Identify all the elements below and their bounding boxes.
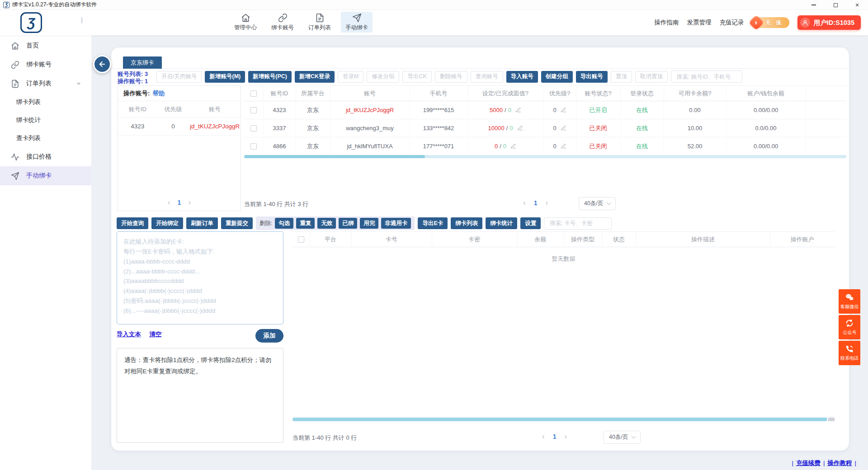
add-account-m-button[interactable]: 新增账号(M)	[205, 71, 245, 83]
export-ck-button[interactable]: 导出CK	[402, 71, 431, 83]
maximize-button[interactable]	[825, 0, 846, 10]
sidebar-item-bind-accounts[interactable]: 绑卡账号	[0, 55, 91, 74]
priority-cell: 0	[157, 123, 189, 130]
header-link-invoice[interactable]: 发票管理	[687, 19, 712, 27]
create-group-button[interactable]: 创建分组	[541, 71, 573, 83]
card-balance-cell: 52.00	[664, 137, 726, 155]
nav-item-manual-bind[interactable]: 手动绑卡	[341, 12, 373, 33]
row-checkbox[interactable]	[250, 143, 257, 150]
accounts-table-hscrollbar[interactable]	[244, 155, 846, 158]
add-ck-login-button[interactable]: 新增CK登录	[295, 71, 335, 83]
refresh-order-button[interactable]: 刷新订单	[186, 217, 218, 229]
start-bind-button[interactable]: 开始绑定	[151, 217, 183, 229]
export-ecard-button[interactable]: 导出E卡	[418, 217, 448, 229]
column-header: 优先级?	[543, 86, 576, 101]
start-query-button[interactable]: 开始查询	[117, 217, 148, 229]
edit-icon[interactable]	[561, 107, 566, 113]
delete-account-button[interactable]: 删除账号	[435, 71, 467, 83]
delete-invalid-button[interactable]: 无效	[317, 218, 336, 229]
unpin-top-button[interactable]: 取消置顶	[635, 71, 668, 83]
back-button[interactable]	[93, 55, 111, 73]
login-m-button[interactable]: 登录M	[338, 71, 363, 83]
mini-table-row[interactable]: 4323 0 jd_tKUZJcPJoggR	[118, 118, 241, 136]
delete-nongeneric-button[interactable]: 非通用卡	[381, 218, 411, 229]
sidebar-item-manual-bind[interactable]: 手动绑卡	[0, 166, 91, 185]
header-link-recharge-history[interactable]: 充值记录	[720, 19, 744, 27]
resubmit-button[interactable]: 重新提交	[221, 217, 253, 229]
prev-page-button[interactable]: ‹	[542, 432, 545, 440]
cards-search-input[interactable]	[544, 217, 612, 230]
sidebar-item-home[interactable]: 首页	[0, 36, 91, 55]
contact-wechat-button[interactable]: 客服微信	[839, 289, 860, 314]
help-link[interactable]: 帮助	[153, 89, 165, 98]
current-page[interactable]: 1	[553, 433, 557, 440]
tab-jd-bind[interactable]: 京东绑卡	[123, 56, 162, 69]
recharge-button[interactable]: 充 值	[752, 17, 789, 28]
prev-page-button[interactable]: ‹	[523, 199, 526, 207]
row-checkbox[interactable]	[250, 107, 257, 113]
sidebar-item-bind-stats[interactable]: 绑卡统计	[0, 111, 91, 129]
wallet-balance-cell: 0.00/0.00	[726, 101, 806, 119]
minimize-button[interactable]	[803, 0, 825, 10]
nav-item-order-list[interactable]: 订单列表	[304, 12, 335, 33]
bind-stats-button[interactable]: 绑卡统计	[486, 217, 517, 229]
user-id-button[interactable]: 用户ID:S1035	[797, 15, 861, 30]
ecard-input[interactable]	[117, 231, 283, 324]
add-account-pc-button[interactable]: 新增账号(PC)	[248, 71, 292, 83]
prev-page-button[interactable]: ‹	[168, 198, 170, 206]
next-page-button[interactable]: ›	[188, 198, 191, 206]
sidebar-item-card-query-list[interactable]: 查卡列表	[0, 129, 91, 147]
current-page[interactable]: 1	[178, 199, 181, 206]
delete-used-button[interactable]: 用完	[360, 218, 378, 229]
sidebar-item-api-price[interactable]: 接口价格	[0, 147, 91, 166]
current-page[interactable]: 1	[534, 199, 538, 207]
header-link-guide[interactable]: 操作指南	[655, 19, 679, 27]
nav-item-management-center[interactable]: 管理中心	[230, 12, 261, 33]
toggle-account-button[interactable]: 开启/关闭账号	[156, 71, 202, 83]
row-checkbox[interactable]	[250, 125, 257, 132]
scrollbar-thumb[interactable]	[244, 155, 425, 158]
select-all-checkbox[interactable]	[298, 236, 304, 243]
query-account-button[interactable]: 查询账号	[471, 71, 503, 83]
bind-list-button[interactable]: 绑卡列表	[451, 217, 482, 229]
contact-phone-button[interactable]: 联系电话	[839, 341, 860, 365]
card-balance-cell: 0.00	[664, 101, 726, 119]
phone-cell: 133*****842	[410, 119, 467, 137]
nav-item-bind-accounts[interactable]: 绑卡账号	[267, 12, 298, 33]
export-account-button[interactable]: 导出账号	[576, 71, 608, 83]
delete-duplicate-button[interactable]: 重复	[296, 218, 315, 229]
select-all-checkbox[interactable]	[250, 90, 257, 97]
footer-link-tutorial[interactable]: 操作教程	[827, 460, 852, 466]
page-size-select[interactable]: 40条/页	[604, 431, 641, 444]
scrollbar-thumb[interactable]	[292, 418, 827, 421]
clear-link[interactable]: 清空	[149, 331, 161, 338]
pin-top-button[interactable]: 置顶	[611, 71, 632, 83]
sidebar-item-bind-list[interactable]: 绑卡列表	[0, 93, 91, 111]
footer-link-recharge[interactable]: 充值续费	[796, 460, 821, 466]
close-button[interactable]: ×	[846, 0, 868, 10]
next-page-button[interactable]: ›	[545, 199, 548, 207]
settings-button[interactable]: 设置	[520, 217, 541, 229]
edit-icon[interactable]	[515, 107, 521, 113]
official-account-button[interactable]: 公众号	[839, 315, 860, 339]
cards-table-hscrollbar[interactable]	[292, 418, 835, 421]
next-page-button[interactable]: ›	[564, 432, 567, 440]
edit-icon[interactable]	[510, 143, 516, 149]
table-row[interactable]: 4323 京东 jd_tKUZJcPJoggR 199*****615 5000…	[244, 101, 846, 119]
add-button[interactable]: 添加	[255, 329, 283, 343]
delete-bound-button[interactable]: 已绑	[339, 218, 357, 229]
accounts-search-input[interactable]	[671, 70, 742, 83]
sidebar-item-order-list[interactable]: 订单列表	[0, 74, 91, 93]
table-row[interactable]: 4866 京东 jd_hklMYuflTUXA 177*****071 0/0 …	[244, 137, 846, 155]
sidebar-collapse-handle[interactable]	[81, 17, 83, 24]
edit-group-button[interactable]: 修改分组	[367, 71, 399, 83]
edit-icon[interactable]	[561, 143, 566, 149]
import-text-link[interactable]: 导入文本	[117, 331, 141, 338]
login-status-cell: 在线	[620, 137, 664, 155]
edit-icon[interactable]	[561, 125, 566, 131]
edit-icon[interactable]	[517, 125, 523, 131]
page-size-select[interactable]: 40条/页	[579, 197, 616, 210]
delete-checked-button[interactable]: 勾选	[275, 218, 293, 229]
table-row[interactable]: 3337 京东 wangcheng3_muy 133*****842 10000…	[244, 119, 846, 137]
import-account-button[interactable]: 导入账号	[506, 71, 538, 83]
